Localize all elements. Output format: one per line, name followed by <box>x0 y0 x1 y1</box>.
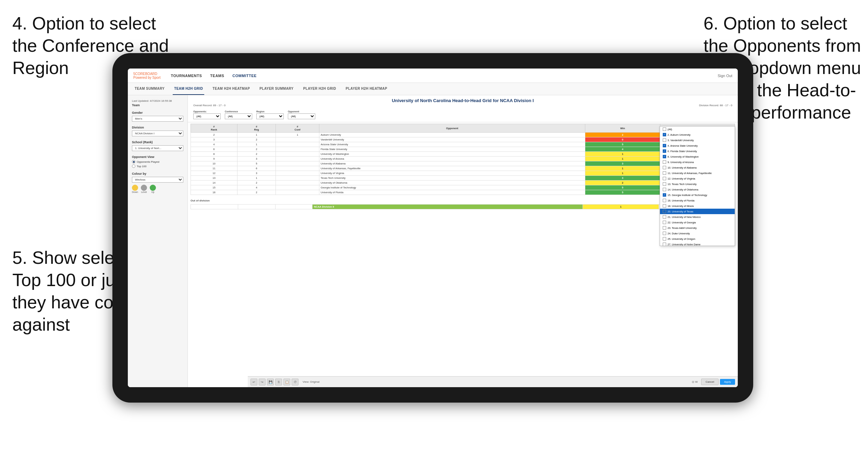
save-btn[interactable]: 💾 <box>267 379 274 385</box>
cell-rank: 12 <box>191 171 237 176</box>
th-reg: #Reg <box>237 124 276 133</box>
cell-rank: 15 <box>191 185 237 190</box>
dropdown-item-text: 9. University of Arizona <box>668 161 694 164</box>
dropdown-item[interactable]: 14. University of Oklahoma <box>660 187 735 192</box>
table-row: 11 6 University of Arkansas, Fayettevill… <box>191 166 735 171</box>
colour-by-label: Colour by <box>132 172 183 175</box>
sidebar: Last Updated: 4/7/2024 16:55:38 Team Gen… <box>128 95 188 387</box>
legend-down-label: Down <box>132 191 138 193</box>
table-row: 16 2 University of Florida 5 1 <box>191 190 735 195</box>
dropdown-item[interactable]: 27. University of Notre Dame <box>660 242 735 246</box>
opponents-filter-select[interactable]: (All) <box>193 113 221 119</box>
table-row: 13 1 Texas Tech University 3 0 <box>191 176 735 181</box>
ncaa-div2-rank <box>191 205 238 209</box>
division-record: Division Record: 88 - 17 - 0 <box>699 104 732 107</box>
dropdown-item[interactable]: (All) <box>660 126 735 132</box>
division-select[interactable]: NCAA Division I <box>132 131 183 136</box>
subnav-team-h2h-grid[interactable]: TEAM H2H GRID <box>173 83 204 95</box>
redo-btn[interactable]: ↪ <box>259 379 266 385</box>
header-title: University of North Carolina Head-to-Hea… <box>193 98 732 103</box>
cell-rank: 6 <box>191 147 237 152</box>
cell-win: 1 <box>585 157 660 161</box>
subnav-player-h2h-grid[interactable]: PLAYER H2H GRID <box>302 83 338 95</box>
nav-committee[interactable]: COMMITTEE <box>232 74 257 78</box>
nav-sign-out[interactable]: Sign Out <box>718 74 732 78</box>
region-filter-group: Region (All) <box>256 110 284 119</box>
dropdown-item-text: 25. University of Oregon <box>668 237 695 241</box>
cell-conf <box>276 142 319 147</box>
radio-opponents-played[interactable]: Opponents Played <box>132 160 183 163</box>
main-content: Last Updated: 4/7/2024 16:55:38 Team Gen… <box>128 95 738 387</box>
apply-button[interactable]: Apply <box>720 379 735 385</box>
ncaa-div2-win: 1 <box>583 205 659 209</box>
dropdown-item[interactable]: ✓4. Arizona State University <box>660 143 735 148</box>
dropdown-item[interactable]: 13. Texas Tech University <box>660 181 735 187</box>
cancel-button[interactable]: Cancel <box>701 379 719 385</box>
subnav-player-summary[interactable]: PLAYER SUMMARY <box>258 83 295 95</box>
dropdown-item[interactable]: 10. University of Alabama <box>660 165 735 170</box>
cell-opponent: Arizona State University <box>319 142 585 147</box>
clock-btn[interactable]: ⏱ <box>292 379 298 385</box>
subnav-team-h2h-heatmap[interactable]: TEAM H2H HEATMAP <box>211 83 251 95</box>
dropdown-item[interactable]: 3. Vanderbilt University <box>660 137 735 143</box>
dropdown-checkbox: ✓ <box>663 155 666 158</box>
dropdown-checkbox <box>663 182 666 186</box>
dropdown-checkbox <box>663 188 666 191</box>
subnav-player-h2h-heatmap[interactable]: PLAYER H2H HEATMAP <box>344 83 389 95</box>
cell-rank: 4 <box>191 142 237 147</box>
subnav-team-summary[interactable]: TEAM SUMMARY <box>133 83 166 95</box>
school-section: School (Rank) 1. University of Nort... <box>132 140 183 151</box>
gender-select[interactable]: Men's <box>132 116 183 122</box>
dropdown-item[interactable]: 11. University of Arkansas, Fayetteville <box>660 170 735 176</box>
radio-top100[interactable]: Top 100 <box>132 164 183 168</box>
cell-win: 3 <box>585 161 660 166</box>
undo-btn[interactable]: ↩ <box>250 379 257 385</box>
colour-legend: Down Level Up <box>132 185 183 193</box>
dropdown-item[interactable]: 22. University of Georgia <box>660 220 735 225</box>
dropdown-item-text: 3. Vanderbilt University <box>668 139 694 142</box>
dropdown-checkbox: ✓ <box>663 144 666 147</box>
dropdown-item[interactable]: ✓2. Auburn University <box>660 132 735 137</box>
dropdown-item-text: 15. Georgia Institute of Technology <box>668 194 707 197</box>
dropdown-item[interactable]: ✓6. Florida State University <box>660 148 735 154</box>
region-filter-select[interactable]: (All) <box>256 113 284 119</box>
dropdown-item-text: (All) <box>668 128 672 131</box>
opponent-filter-select[interactable]: (All) <box>288 113 315 119</box>
dropdown-item[interactable]: 20. University of Texas <box>660 209 735 214</box>
cell-rank: 10 <box>191 161 237 166</box>
nav-tournaments[interactable]: TOURNAMENTS <box>171 74 202 78</box>
ncaa-div2-row: NCAA Division II 1 0 <box>191 205 735 209</box>
view-label: View: Original <box>303 380 319 383</box>
paste-btn[interactable]: 📋 <box>283 379 290 385</box>
app-logo-sub: Powered by Sport <box>133 76 161 79</box>
dropdown-item[interactable]: 16. University of Florida <box>660 198 735 203</box>
dropdown-item[interactable]: 24. Duke University <box>660 231 735 236</box>
dropdown-checkbox <box>663 226 666 230</box>
dropdown-item[interactable]: 12. University of Virginia <box>660 176 735 181</box>
cell-reg: 2 <box>237 147 276 152</box>
division-section: Division NCAA Division I <box>132 126 183 136</box>
cell-rank: 2 <box>191 133 237 137</box>
legend-down-circle <box>132 185 138 191</box>
cell-conf <box>276 190 319 195</box>
school-select[interactable]: 1. University of Nort... <box>132 145 183 151</box>
dropdown-item[interactable]: 18. University of Illinois <box>660 203 735 209</box>
conference-filter-select[interactable]: (All) <box>225 113 252 119</box>
legend-level-circle <box>141 185 147 191</box>
dropdown-item[interactable]: 21. University of New Mexico <box>660 214 735 220</box>
dropdown-item[interactable]: ✓15. Georgia Institute of Technology <box>660 192 735 198</box>
nav-teams[interactable]: TEAMS <box>210 74 224 78</box>
overall-record: Overall Record: 89 - 17 - 0 <box>193 104 225 107</box>
dropdown-item[interactable]: 23. Texas A&M University <box>660 225 735 231</box>
cell-rank: 14 <box>191 181 237 185</box>
out-of-division-label: Out of division <box>191 198 735 204</box>
opponent-dropdown[interactable]: (All)✓2. Auburn University3. Vanderbilt … <box>660 126 735 246</box>
colour-by-select[interactable]: Win/loss <box>132 177 183 183</box>
cell-conf <box>276 152 319 157</box>
copy-btn[interactable]: ⎘ <box>275 379 282 385</box>
dropdown-item[interactable]: 25. University of Oregon <box>660 236 735 242</box>
table-row: 15 4 Georgia Institute of Technology 5 1 <box>191 185 735 190</box>
cell-conf <box>276 185 319 190</box>
dropdown-item[interactable]: ✓8. University of Washington <box>660 154 735 159</box>
dropdown-item[interactable]: 9. University of Arizona <box>660 159 735 165</box>
